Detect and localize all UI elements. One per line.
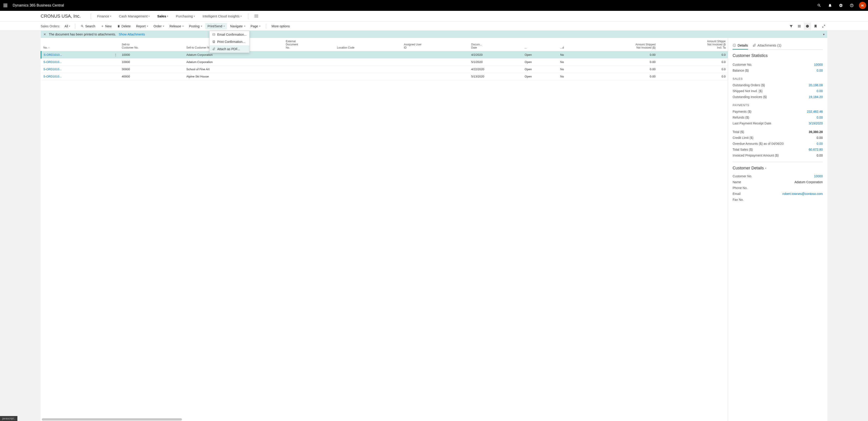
app-title: Dynamics 365 Business Central xyxy=(13,3,64,7)
notification-link[interactable]: Show Attachments xyxy=(119,33,145,36)
factbox-row: Refunds ($)0.00 xyxy=(733,115,823,120)
col-sell-to-no[interactable]: Sell-to Customer No. xyxy=(120,38,184,51)
chevron-down-icon: ▾ xyxy=(69,25,70,27)
nav-intelligent-cloud-insights[interactable]: Intelligent Cloud Insights▾ xyxy=(201,13,243,20)
chevron-down-icon: ▾ xyxy=(149,15,150,18)
settings-icon[interactable] xyxy=(836,1,845,10)
help-icon[interactable] xyxy=(847,1,856,10)
factbox-row: Outstanding Invoices ($)19,184.20 xyxy=(733,94,823,100)
nav-more-icon[interactable] xyxy=(253,13,260,20)
factbox-row: Overdue Amounts ($) as of 04/06/200.00 xyxy=(733,141,823,147)
nav-bar: CRONUS USA, Inc. Finance▾Cash Management… xyxy=(0,11,868,22)
expand-icon[interactable] xyxy=(820,23,827,30)
action-toolbar: Sales Orders: All▾ Search New Delete Rep… xyxy=(0,22,868,31)
bookmark-icon[interactable] xyxy=(812,23,819,30)
filter-all[interactable]: All▾ xyxy=(63,24,72,29)
table-row[interactable]: S-ORD1010... 40000 Alpine Ski House 5/13… xyxy=(41,73,728,80)
notification-bar: ✕ The document has been printed to attac… xyxy=(41,31,827,38)
company-name[interactable]: CRONUS USA, Inc. xyxy=(41,13,81,19)
nav-finance[interactable]: Finance▾ xyxy=(95,13,113,20)
notifications-icon[interactable] xyxy=(826,1,835,10)
page-button[interactable]: Page▾ xyxy=(248,23,263,29)
list-view-icon[interactable] xyxy=(796,23,803,30)
dropdown-email-confirmation-[interactable]: Email Confirmation... xyxy=(210,31,249,38)
factbox-row: Customer No.10000 xyxy=(733,62,823,68)
app-launcher-icon[interactable] xyxy=(2,2,9,9)
report-button[interactable]: Report▾ xyxy=(134,23,150,29)
chevron-down-icon: ▾ xyxy=(765,167,766,169)
list-label: Sales Orders: xyxy=(41,24,60,28)
header-bar: Dynamics 365 Business Central IK xyxy=(0,0,868,11)
nav-cash-management[interactable]: Cash Management▾ xyxy=(117,13,151,20)
search-icon[interactable] xyxy=(815,1,824,10)
factbox-row: Fax No. xyxy=(733,197,823,203)
print-send-button[interactable]: Print/Send▾ xyxy=(205,23,227,29)
table-row[interactable]: S-ORD1010... 30000 School of Fine Art 4/… xyxy=(41,66,728,73)
col-doc-date[interactable]: Docum... Date xyxy=(469,38,522,51)
factbox-row: Balance ($)0.00 xyxy=(733,68,823,73)
col-ext-doc[interactable]: External Document No. xyxy=(283,38,335,51)
notification-text: The document has been printed to attachm… xyxy=(49,33,116,36)
info-icon[interactable] xyxy=(804,23,811,30)
release-button[interactable]: Release▾ xyxy=(167,23,186,29)
customer-statistics-title: Customer Statistics xyxy=(733,53,823,58)
dropdown-print-confirmation-[interactable]: Print Confirmation... xyxy=(210,38,249,45)
factbox-row: Last Payment Receipt Date3/19/2020 xyxy=(733,120,823,126)
print-send-dropdown: Email Confirmation...Print Confirmation.… xyxy=(209,31,250,53)
close-icon[interactable]: ✕ xyxy=(43,33,46,36)
new-button[interactable]: New xyxy=(98,23,114,29)
factbox-row: Customer No.10000 xyxy=(733,173,823,179)
dropdown-attach-as-pdf-[interactable]: Attach as PDF... xyxy=(210,45,249,53)
tab-attachments[interactable]: Attachments (1) xyxy=(752,41,781,50)
col-d[interactable]: ...d xyxy=(558,38,583,51)
factbox-row: Outstanding Orders ($)20,196.08 xyxy=(733,82,823,88)
sales-subtitle: SALES xyxy=(733,77,823,80)
factbox-row: Total Sales ($)60,672.80 xyxy=(733,147,823,153)
factbox-pane: Details Attachments (1) Customer Statist… xyxy=(728,38,827,421)
chevron-down-icon[interactable]: ▾ xyxy=(823,33,825,36)
nav-separator xyxy=(248,13,248,19)
svg-rect-1 xyxy=(213,34,215,35)
factbox-row: Emailrobert.townes@contoso.com xyxy=(733,191,823,197)
factbox-row: NameAdatum Corporation xyxy=(733,179,823,185)
factbox-row: Invoiced Prepayment Amount ($)0.00 xyxy=(733,153,823,158)
nav-separator xyxy=(91,13,91,19)
order-no-link[interactable]: S-ORD1010... xyxy=(41,51,112,59)
col-no[interactable]: No. ↑ xyxy=(41,38,112,51)
order-no-link[interactable]: S-ORD1010... xyxy=(41,66,112,73)
col-status[interactable]: ... xyxy=(522,38,558,51)
filter-icon[interactable] xyxy=(787,23,795,30)
nav-purchasing[interactable]: Purchasing▾ xyxy=(174,13,197,20)
navigate-button[interactable]: Navigate▾ xyxy=(228,23,247,29)
search-button[interactable]: Search xyxy=(79,23,97,29)
svg-rect-4 xyxy=(213,42,215,43)
col-assigned[interactable]: Assigned User ID xyxy=(402,38,469,51)
factbox-row: Total ($)39,380.28 xyxy=(733,129,823,135)
order-no-link[interactable]: S-ORD1010... xyxy=(41,73,112,80)
table-row[interactable]: S-ORD1010... 10000 Adatum Corporation 5/… xyxy=(41,59,728,66)
more-options-button[interactable]: More options xyxy=(269,23,292,29)
user-avatar[interactable]: IK xyxy=(859,2,866,9)
factbox-row: Credit Limit ($)0.00 xyxy=(733,135,823,141)
col-location[interactable]: Location Code xyxy=(335,38,402,51)
delete-button[interactable]: Delete xyxy=(115,23,133,29)
factbox-row: Shipped Not Invd. ($)0.00 xyxy=(733,88,823,94)
tab-details[interactable]: Details xyxy=(733,41,748,50)
nav-sales[interactable]: Sales▾ xyxy=(156,13,170,20)
factbox-row: Phone No. xyxy=(733,185,823,191)
customer-details-title[interactable]: Customer Details▾ xyxy=(733,166,823,170)
order-button[interactable]: Order▾ xyxy=(151,23,166,29)
sales-orders-table: No. ↑ Sell-to Customer No. Sell-to Custo… xyxy=(41,38,728,80)
posting-button[interactable]: Posting▾ xyxy=(187,23,204,29)
table-area: No. ↑ Sell-to Customer No. Sell-to Custo… xyxy=(41,38,728,421)
status-bar: javascript:; xyxy=(0,416,18,421)
row-actions-icon[interactable]: ⋮ xyxy=(114,53,117,57)
factbox-row: Payments ($)232,482.46 xyxy=(733,109,823,115)
col-amt-shipped-incl[interactable]: Amount Shippe Not Invoiced ($ Incl. Ta xyxy=(658,38,728,51)
col-amt-shipped[interactable]: Amount Shipped Not Invoiced ($) xyxy=(583,38,658,51)
order-no-link[interactable]: S-ORD1010... xyxy=(41,59,112,66)
main-content: No. ↑ Sell-to Customer No. Sell-to Custo… xyxy=(41,38,827,421)
chevron-down-icon: ▾ xyxy=(241,15,242,18)
horizontal-scrollbar[interactable] xyxy=(42,418,182,421)
table-row[interactable]: S-ORD1010... ⋮ 10000 Adatum Corporation … xyxy=(41,51,728,59)
